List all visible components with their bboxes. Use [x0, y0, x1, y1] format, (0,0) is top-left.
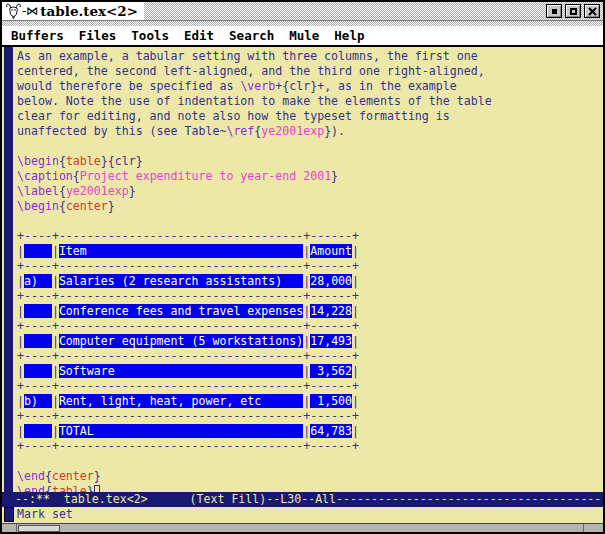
scrollbar-divider-right — [583, 524, 584, 532]
menu-bar: Buffers Files Tools Edit Search Mule Hel… — [2, 26, 603, 47]
horizontal-scrollbar[interactable] — [2, 523, 603, 532]
table-cell: Conference fees and travel expenses — [59, 304, 303, 318]
buffer-line — [17, 139, 603, 154]
table-cell: Item — [59, 244, 303, 258]
buffer-line: | |Conference fees and travel expenses|1… — [17, 304, 603, 319]
close-button[interactable] — [584, 4, 600, 18]
vertical-scrollbar[interactable] — [4, 47, 13, 492]
close-icon — [588, 7, 597, 16]
table-cell: 64,783 — [310, 424, 352, 438]
maximize-button[interactable] — [565, 4, 581, 18]
mode-line: --:** table.tex<2> (Text Fill)--L30--All… — [2, 492, 603, 507]
table-cell: 3,562 — [310, 364, 352, 378]
titlebar-stipple — [144, 2, 603, 20]
menu-item-help[interactable]: Help — [334, 28, 364, 43]
table-cell: 14,228 — [310, 304, 352, 318]
menu-item-search[interactable]: Search — [229, 28, 274, 43]
buffer-line: clear for editing, and note also how the… — [17, 109, 603, 124]
table-cell: Salaries (2 research assistants) — [59, 274, 303, 288]
table-cell: 28,000 — [310, 274, 352, 288]
buffer-line: below. Note the use of indentation to ma… — [17, 94, 603, 109]
buffer-line: +----+----------------------------------… — [17, 289, 603, 304]
buffer-line: unaffected by this (see Table~\ref{ye200… — [17, 124, 603, 139]
buffer-line: +----+----------------------------------… — [17, 319, 603, 334]
horizontal-scrollbar-thumb[interactable] — [18, 525, 60, 532]
title-decoration: -⋈ — [22, 4, 38, 18]
buffer-line: |b) |Rent, light, heat, power, etc | 1,5… — [17, 394, 603, 409]
minimize-icon — [552, 9, 557, 14]
buffer-line: +----+----------------------------------… — [17, 229, 603, 244]
buffer-line: As an example, a tabular setting with th… — [17, 49, 603, 64]
buffer-line: centered, the second left-aligned, and t… — [17, 64, 603, 79]
editor-area[interactable]: As an example, a tabular setting with th… — [2, 47, 603, 492]
maximize-icon — [570, 8, 577, 15]
menu-item-files[interactable]: Files — [79, 28, 117, 43]
minimize-button[interactable] — [546, 4, 562, 18]
table-cell: Software — [59, 364, 303, 378]
scrollbar-divider-left — [16, 524, 17, 532]
buffer-line: | |Item |Amount| — [17, 244, 603, 259]
text-cursor — [94, 485, 100, 492]
title-bar[interactable]: -⋈ table.tex<2> — [2, 2, 603, 20]
buffer-line: would therefore be specified as \verb+{c… — [17, 79, 603, 94]
buffer-line: +----+----------------------------------… — [17, 379, 603, 394]
buffer-line: \end{center} — [17, 469, 603, 484]
buffer-line: +----+----------------------------------… — [17, 349, 603, 364]
table-cell: b) — [24, 394, 52, 408]
table-cell: a) — [24, 274, 52, 288]
window-title: table.tex<2> — [40, 3, 144, 19]
table-cell: 17,493 — [310, 334, 352, 348]
emacs-window: -⋈ table.tex<2> Buffers Files Tools Edit… — [0, 0, 605, 534]
buffer-line: \caption{Project expenditure to year-end… — [17, 169, 603, 184]
text-buffer[interactable]: As an example, a tabular setting with th… — [17, 49, 603, 492]
buffer-line: \begin{center} — [17, 199, 603, 214]
buffer-line — [17, 454, 603, 469]
menu-item-tools[interactable]: Tools — [131, 28, 169, 43]
buffer-line — [17, 214, 603, 229]
buffer-line: \begin{table}{clr} — [17, 154, 603, 169]
table-cell — [24, 424, 52, 438]
buffer-line: | |Software | 3,562| — [17, 364, 603, 379]
buffer-line: | |Computer equipment (5 workstations)|1… — [17, 334, 603, 349]
gnu-emacs-icon — [5, 3, 22, 19]
buffer-line: +----+----------------------------------… — [17, 259, 603, 274]
table-cell — [24, 304, 52, 318]
table-cell: 1,500 — [310, 394, 352, 408]
buffer-line: | |TOTAL |64,783| — [17, 424, 603, 439]
buffer-line: \end{table} — [17, 484, 603, 492]
table-cell: Rent, light, heat, power, etc — [59, 394, 303, 408]
menu-item-edit[interactable]: Edit — [184, 28, 214, 43]
table-cell — [24, 364, 52, 378]
table-cell — [24, 244, 52, 258]
buffer-line: \label{ye2001exp} — [17, 184, 603, 199]
table-cell: Computer equipment (5 workstations) — [59, 334, 303, 348]
table-cell — [24, 334, 52, 348]
table-cell: TOTAL — [59, 424, 303, 438]
buffer-line: +----+----------------------------------… — [17, 439, 603, 454]
table-cell: Amount — [310, 244, 352, 258]
minibuffer-message: Mark set — [17, 507, 73, 522]
minibuffer[interactable]: Mark set — [2, 507, 603, 523]
buffer-line: +----+----------------------------------… — [17, 409, 603, 424]
buffer-line: |a) |Salaries (2 research assistants) |2… — [17, 274, 603, 289]
menu-item-mule[interactable]: Mule — [289, 28, 319, 43]
minibuffer-scrollbar — [4, 507, 14, 522]
menu-item-buffers[interactable]: Buffers — [11, 28, 64, 43]
